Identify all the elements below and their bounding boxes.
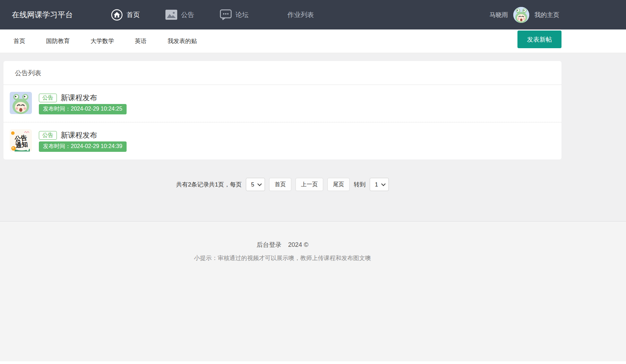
- admin-login-link[interactable]: 后台登录: [257, 241, 282, 248]
- nav-item-home[interactable]: 首页: [111, 9, 140, 21]
- nav-item-label: 作业列表: [288, 10, 314, 19]
- navbar-user-area: 马晓雨 我的主页: [489, 0, 559, 29]
- pagination: 共有2条记录共1页，每页 5 首页 上一页 尾页 转到 1: [0, 178, 565, 191]
- page-size-select-wrap: 5: [246, 178, 265, 191]
- footer-year: 2024 ©: [288, 241, 308, 248]
- tab-national-defense[interactable]: 国防教育: [46, 37, 70, 45]
- first-page-button[interactable]: 首页: [269, 178, 291, 191]
- status-badge: 公告: [39, 131, 57, 140]
- nav-item-announcements[interactable]: 公告: [165, 10, 194, 20]
- footer-copyright-line: 后台登录 2024 ©: [0, 241, 565, 249]
- post-body: 公告 新课程发布 发布时间：2024-02-29 10:24:25: [39, 92, 127, 114]
- profile-link[interactable]: 我的主页: [534, 11, 559, 19]
- brand-title: 在线网课学习平台: [12, 0, 73, 29]
- publish-time-badge: 发布时间：2024-02-29 10:24:25: [39, 104, 127, 114]
- tab-english[interactable]: 英语: [135, 37, 147, 45]
- username-label: 马晓雨: [489, 11, 508, 19]
- page-footer: 后台登录 2024 © 小提示：审核通过的视频才可以展示噢，教师上传课程和发布图…: [0, 221, 626, 361]
- goto-page-select[interactable]: 1: [370, 178, 389, 191]
- navbar-links: 首页 公告 论坛: [111, 0, 340, 29]
- home-icon: [111, 9, 123, 21]
- nav-item-label: 论坛: [235, 10, 249, 19]
- main-content: 公告列表: [0, 53, 626, 221]
- list-item[interactable]: 公告 新课程发布 发布时间：2024-02-29 10:24:25: [3, 85, 561, 122]
- chat-icon: [220, 9, 232, 20]
- list-item[interactable]: 公告 通知 公告 新课程发布 发布时间：2024-02-29 10:24:39: [3, 122, 561, 159]
- goto-label: 转到: [354, 181, 366, 189]
- nav-item-label: 首页: [127, 10, 140, 19]
- tab-my-posts[interactable]: 我发表的贴: [168, 37, 197, 45]
- post-body: 公告 新课程发布 发布时间：2024-02-29 10:24:39: [39, 129, 127, 152]
- post-title[interactable]: 新课程发布: [61, 93, 97, 103]
- goto-page-select-wrap: 1: [370, 178, 389, 191]
- prev-page-button[interactable]: 上一页: [295, 178, 323, 191]
- post-avatar-notice: 公告 通知: [10, 129, 32, 151]
- pagination-summary: 共有2条记录共1页，每页: [176, 181, 242, 189]
- announcement-card: 公告列表: [3, 61, 561, 159]
- image-icon: [165, 10, 177, 20]
- page-size-select[interactable]: 5: [246, 178, 265, 191]
- footer-tip: 小提示：审核通过的视频才可以展示噢，教师上传课程和发布图文噢: [0, 254, 565, 262]
- nav-item-label: 公告: [181, 10, 194, 19]
- tab-home[interactable]: 首页: [14, 37, 25, 45]
- nav-item-homework-list[interactable]: 作业列表: [288, 10, 314, 19]
- post-title[interactable]: 新课程发布: [61, 130, 97, 140]
- user-avatar[interactable]: [513, 7, 529, 23]
- nav-item-forum[interactable]: 论坛: [220, 9, 249, 20]
- tab-college-math[interactable]: 大学数学: [91, 37, 114, 45]
- status-badge: 公告: [39, 94, 57, 102]
- new-post-button[interactable]: 发表新帖: [517, 31, 561, 48]
- card-title: 公告列表: [3, 61, 561, 85]
- post-avatar-frog: [10, 92, 32, 114]
- sub-navbar: 首页 国防教育 大学数学 英语 我发表的贴 发表新帖: [0, 29, 626, 53]
- top-navbar: 在线网课学习平台 首页 公告: [0, 0, 626, 29]
- last-page-button[interactable]: 尾页: [327, 178, 350, 191]
- publish-time-badge: 发布时间：2024-02-29 10:24:39: [39, 141, 127, 152]
